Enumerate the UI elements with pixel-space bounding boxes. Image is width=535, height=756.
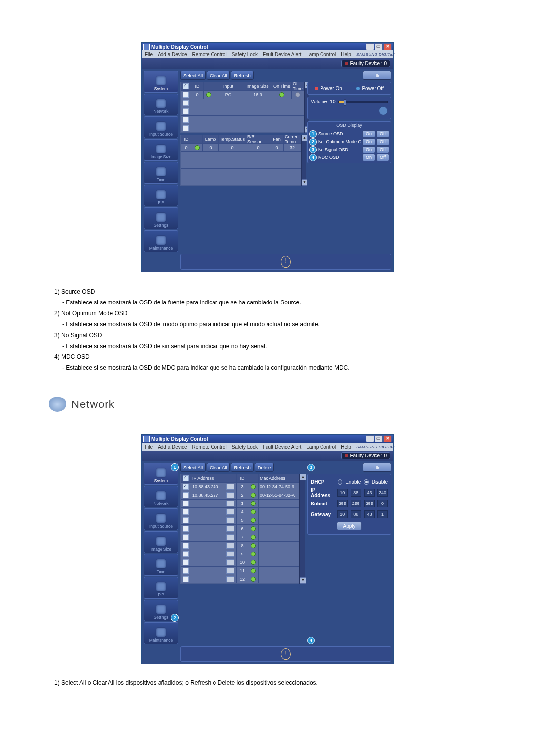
- table-row[interactable]: 12: [181, 575, 299, 583]
- dhcp-enable-radio[interactable]: [338, 479, 342, 485]
- table-row[interactable]: 10: [181, 558, 299, 566]
- sidebar-item-pip[interactable]: PIP: [144, 185, 178, 206]
- subnet-octet[interactable]: 255: [364, 500, 374, 507]
- menu-safety[interactable]: Safety Lock: [230, 52, 259, 57]
- menu-lamp[interactable]: Lamp Control: [305, 444, 337, 450]
- row-check[interactable]: [183, 551, 189, 557]
- sidebar-item-input[interactable]: Input Source: [144, 508, 178, 530]
- table-row[interactable]: 0 0 0 0 0 32: [181, 143, 301, 151]
- scroll-up-icon[interactable]: ▲: [302, 135, 307, 141]
- row-check[interactable]: [183, 576, 189, 582]
- table-row[interactable]: 8: [181, 541, 299, 550]
- ip-octet[interactable]: 10: [337, 489, 348, 497]
- select-all-button[interactable]: Select All: [180, 463, 206, 472]
- sidebar-item-time[interactable]: Time: [144, 162, 178, 184]
- gateway-octet[interactable]: 1: [377, 510, 388, 518]
- gateway-octet[interactable]: 43: [364, 510, 374, 518]
- sidebar-item-network[interactable]: Network: [144, 94, 178, 115]
- table-row[interactable]: 0 PC 16:9: [181, 90, 304, 99]
- refresh-button[interactable]: Refresh: [231, 463, 253, 472]
- dhcp-disable-radio[interactable]: [364, 479, 368, 485]
- scroll-down-icon[interactable]: ▼: [300, 577, 306, 584]
- sidebar-item-maintenance[interactable]: Maintenance: [144, 622, 178, 644]
- row-check[interactable]: [183, 501, 189, 506]
- osd-off-button[interactable]: Off: [376, 154, 389, 161]
- row-check[interactable]: [183, 100, 189, 106]
- row-check[interactable]: [183, 92, 189, 98]
- menu-add-device[interactable]: Add a Device: [156, 52, 188, 57]
- table-row[interactable]: 7: [181, 533, 299, 541]
- subnet-octet[interactable]: 255: [351, 500, 361, 507]
- apply-button[interactable]: Apply: [337, 522, 362, 530]
- vertical-scrollbar[interactable]: ▲ ▼: [299, 474, 305, 584]
- menu-remote[interactable]: Remote Control: [191, 52, 228, 57]
- speaker-icon[interactable]: [379, 106, 388, 115]
- gateway-octet[interactable]: 10: [337, 510, 348, 518]
- table-row[interactable]: 11: [181, 566, 299, 575]
- table-row[interactable]: 4: [181, 507, 299, 516]
- sidebar-item-network[interactable]: Network: [144, 486, 178, 507]
- osd-on-button[interactable]: On: [362, 146, 375, 153]
- refresh-button[interactable]: Refresh: [231, 71, 253, 80]
- menu-lamp[interactable]: Lamp Control: [305, 52, 337, 57]
- row-check[interactable]: [183, 534, 189, 540]
- osd-off-button[interactable]: Off: [376, 138, 389, 146]
- check-all[interactable]: [183, 83, 189, 89]
- power-on-label[interactable]: Power On: [320, 86, 342, 91]
- ip-octet[interactable]: 43: [364, 489, 374, 497]
- row-check[interactable]: [183, 509, 189, 515]
- menu-file[interactable]: File: [143, 52, 154, 57]
- row-check[interactable]: [183, 517, 189, 523]
- row-check[interactable]: [183, 492, 189, 498]
- sidebar-item-imagesize[interactable]: Image Size: [144, 139, 178, 161]
- maximize-button[interactable]: ▭: [374, 43, 383, 50]
- table-row[interactable]: 10.88.45.227 2 00-12-51-84-32-A: [181, 491, 299, 499]
- scroll-up-icon[interactable]: ▲: [300, 474, 306, 480]
- clear-all-button[interactable]: Clear All: [207, 71, 230, 80]
- table-row[interactable]: 5: [181, 516, 299, 524]
- osd-on-button[interactable]: On: [362, 130, 375, 138]
- menu-help[interactable]: Help: [339, 52, 353, 57]
- menu-safety[interactable]: Safety Lock: [230, 444, 259, 450]
- subnet-octet[interactable]: 255: [337, 500, 348, 507]
- clear-all-button[interactable]: Clear All: [207, 463, 230, 472]
- sidebar-item-settings[interactable]: Settings: [144, 207, 178, 229]
- close-button[interactable]: ✕: [383, 43, 392, 50]
- sidebar-item-pip[interactable]: PIP: [144, 577, 178, 599]
- row-check[interactable]: [183, 559, 189, 565]
- row-check[interactable]: [183, 125, 189, 131]
- sidebar-item-imagesize[interactable]: Image Size: [144, 531, 178, 553]
- vertical-scrollbar[interactable]: ▲ ▼: [301, 135, 306, 186]
- gateway-octet[interactable]: 88: [351, 510, 361, 518]
- check-all[interactable]: [183, 475, 189, 481]
- sidebar-item-settings[interactable]: Settings 2: [144, 600, 178, 621]
- row-check[interactable]: [183, 117, 189, 123]
- table-row[interactable]: 6: [181, 524, 299, 533]
- sidebar-item-input[interactable]: Input Source: [144, 116, 178, 138]
- sidebar-item-system[interactable]: System 1: [144, 463, 178, 485]
- ip-octet[interactable]: 88: [351, 489, 361, 497]
- row-check[interactable]: [183, 108, 189, 114]
- close-button[interactable]: ✕: [383, 435, 392, 442]
- menu-file[interactable]: File: [143, 444, 154, 450]
- volume-slider[interactable]: [338, 101, 388, 103]
- sidebar-item-maintenance[interactable]: Maintenance: [144, 230, 178, 252]
- osd-on-button[interactable]: On: [362, 138, 375, 146]
- sidebar-item-system[interactable]: System: [144, 71, 178, 93]
- row-check[interactable]: [183, 543, 189, 549]
- row-check[interactable]: [183, 568, 189, 574]
- scroll-down-icon[interactable]: ▼: [302, 179, 307, 186]
- minimize-button[interactable]: _: [366, 43, 374, 50]
- row-check[interactable]: [183, 484, 189, 490]
- maximize-button[interactable]: ▭: [374, 435, 383, 442]
- osd-off-button[interactable]: Off: [376, 130, 389, 138]
- sidebar-item-time[interactable]: Time: [144, 554, 178, 576]
- osd-on-button[interactable]: On: [362, 154, 375, 161]
- table-row[interactable]: 9: [181, 550, 299, 558]
- menu-help[interactable]: Help: [339, 444, 353, 450]
- table-row[interactable]: 10.88.43.240 3 00-12-34-74-50-9: [181, 482, 299, 491]
- power-off-label[interactable]: Power Off: [362, 86, 383, 91]
- ip-octet[interactable]: 240: [377, 489, 388, 497]
- menu-fault[interactable]: Fault Device Alert: [261, 52, 303, 57]
- osd-off-button[interactable]: Off: [376, 146, 389, 153]
